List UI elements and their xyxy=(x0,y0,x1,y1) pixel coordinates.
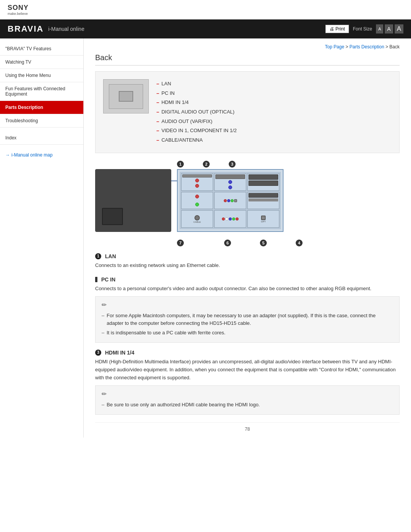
section-hdmi-title: 3 HDMI IN 1/4 xyxy=(95,350,400,356)
section-hdmi: 3 HDMI IN 1/4 HDMI (High-Definition Mult… xyxy=(95,350,400,415)
note-item-2: – It is indispensable to use a PC cable … xyxy=(102,328,393,338)
arrow-icon: → xyxy=(5,152,10,158)
header-controls: 🖨 Print Font Size A A A xyxy=(325,24,403,34)
note-pencil-icon: ✏ xyxy=(102,301,393,308)
font-small-button[interactable]: A xyxy=(376,24,383,34)
font-size-label: Font Size xyxy=(353,26,372,32)
pc-in-note: ✏ – For some Apple Macintosh computers, … xyxy=(95,296,400,343)
label-lan: LAN xyxy=(161,79,171,89)
label-cable-antenna: CABLE/ANTENNA xyxy=(161,136,202,145)
num-4: 4 xyxy=(296,240,303,246)
page-title: Back xyxy=(95,53,400,66)
main-layout: "BRAVIA" TV Features Watching TV Using t… xyxy=(0,38,411,438)
breadcrumb-current: Back xyxy=(389,44,400,50)
num-2: 2 xyxy=(203,161,210,168)
section-lan: 1 LAN Connects to an existing network us… xyxy=(95,253,400,270)
pc-in-note-list: – For some Apple Macintosh computers, it… xyxy=(102,311,393,338)
sony-tagline: make.believe xyxy=(8,12,403,16)
print-button[interactable]: 🖨 Print xyxy=(325,25,349,33)
page-number: 78 xyxy=(95,422,400,432)
sidebar-item-troubleshooting[interactable]: Troubleshooting xyxy=(0,114,83,128)
header-bar: BRAVIA i-Manual online 🖨 Print Font Size… xyxy=(0,19,411,38)
num-badge-3: 3 xyxy=(95,350,101,356)
sidebar-item-index[interactable]: Index xyxy=(0,131,83,145)
sidebar-map-link[interactable]: → i-Manual online map xyxy=(0,149,83,161)
num-3: 3 xyxy=(229,161,236,168)
font-medium-button[interactable]: A xyxy=(385,24,393,34)
sony-logo-area: SONY make.believe xyxy=(0,0,411,19)
bravia-brand: BRAVIA xyxy=(8,24,44,34)
label-video-in: VIDEO IN 1, COMPONENT IN 1/2 xyxy=(161,126,237,136)
breadcrumb-parts-description[interactable]: Parts Description xyxy=(349,44,384,50)
section-lan-body: Connects to an existing network using an… xyxy=(95,262,400,270)
section-hdmi-body: HDMI (High-Definition Multimedia Interfa… xyxy=(95,358,400,382)
pc-in-dash-icon xyxy=(95,277,97,282)
content-area: Top Page > Parts Description > Back Back… xyxy=(84,38,411,438)
breadcrumb-top-page[interactable]: Top Page xyxy=(325,44,344,50)
label-audio-out: AUDIO OUT (VAR/FIX) xyxy=(161,117,212,126)
section-pc-in-title: PC IN xyxy=(95,276,400,283)
num-5: 5 xyxy=(260,240,267,246)
section-pc-in-body: Connects to a personal computer's video … xyxy=(95,285,400,293)
sidebar-item-fun-features[interactable]: Fun Features with Connected Equipment xyxy=(0,82,83,101)
section-pc-in: PC IN Connects to a personal computer's … xyxy=(95,276,400,343)
label-digital-audio: DIGITAL AUDIO OUT (OPTICAL) xyxy=(161,107,234,117)
tv-thumbnail xyxy=(103,79,149,113)
num-7: 7 xyxy=(177,240,184,246)
sidebar-item-watching[interactable]: Watching TV xyxy=(0,56,83,69)
section-lan-title: 1 LAN xyxy=(95,253,400,259)
sidebar-item-home-menu[interactable]: Using the Home Menu xyxy=(0,69,83,82)
numbered-area: CABLE OPT xyxy=(95,169,400,232)
numbered-diagram-wrapper: 1 2 3 xyxy=(95,161,400,246)
back-diagram-area: – LAN – PC IN – HDMI IN 1/4 – DIGITAL AU… xyxy=(95,71,400,153)
num-badge-1: 1 xyxy=(95,253,101,259)
sidebar: "BRAVIA" TV Features Watching TV Using t… xyxy=(0,38,84,438)
sony-logo: SONY xyxy=(8,4,403,12)
font-size-controls: A A A xyxy=(376,24,403,34)
hdmi-note: ✏ – Be sure to use only an authorized HD… xyxy=(95,385,400,415)
num-1: 1 xyxy=(177,161,184,168)
print-icon: 🖨 xyxy=(330,26,334,32)
header-subtitle: i-Manual online xyxy=(48,26,84,32)
hdmi-note-item-1: – Be sure to use only an authorized HDMI… xyxy=(102,400,393,410)
numbers-top-row: 1 2 3 xyxy=(177,161,400,168)
numbers-bottom-row: 7 6 5 4 xyxy=(177,240,400,246)
sidebar-item-parts-description[interactable]: Parts Description xyxy=(0,101,83,114)
connector-panel: CABLE OPT xyxy=(177,169,284,232)
diagram-labels: – LAN – PC IN – HDMI IN 1/4 – DIGITAL AU… xyxy=(156,79,237,145)
hdmi-note-list: – Be sure to use only an authorized HDMI… xyxy=(102,400,393,410)
note-item-1: – For some Apple Macintosh computers, it… xyxy=(102,311,393,328)
note-pencil-icon-2: ✏ xyxy=(102,390,393,398)
tv-back-silhouette xyxy=(95,169,171,232)
label-hdmi: HDMI IN 1/4 xyxy=(161,98,189,107)
breadcrumb: Top Page > Parts Description > Back xyxy=(95,44,400,50)
sidebar-item-bravia-features[interactable]: "BRAVIA" TV Features xyxy=(0,42,83,56)
num-6: 6 xyxy=(224,240,231,246)
label-pc-in: PC IN xyxy=(161,89,175,98)
font-large-button[interactable]: A xyxy=(395,24,403,34)
